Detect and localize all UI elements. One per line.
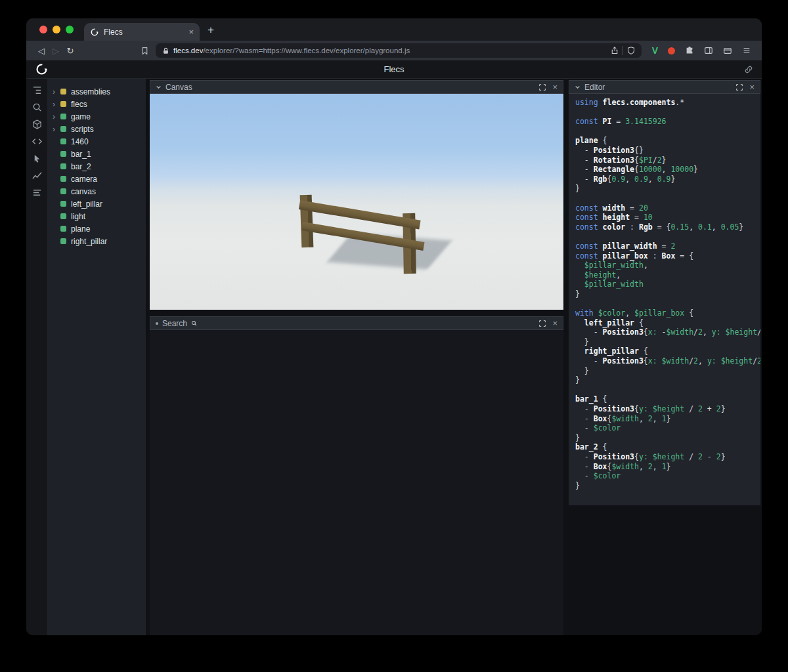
tree-item-assemblies[interactable]: ›assemblies [47, 85, 146, 98]
code-line: - Box{$width, 2, 1} [575, 462, 754, 472]
shield-icon[interactable] [627, 47, 635, 54]
tree-item-plane[interactable]: plane [47, 222, 146, 235]
code-line: $pillar_width [575, 280, 754, 289]
search-results-area[interactable] [150, 330, 563, 635]
back-button[interactable]: ◁ [34, 46, 49, 56]
zoom-window-button[interactable] [66, 26, 74, 33]
chevron-right-icon[interactable]: › [53, 113, 59, 121]
menu-icon[interactable] [742, 46, 751, 55]
share-link-icon[interactable] [744, 65, 753, 74]
tree-item-left_pillar[interactable]: left_pillar [47, 198, 146, 210]
extension-v-icon[interactable]: V [652, 45, 658, 56]
share-icon[interactable] [611, 47, 619, 54]
extension-record-icon[interactable] [668, 47, 675, 54]
expand-icon[interactable] [539, 320, 546, 327]
code-line [575, 108, 754, 117]
entity-tree-icon[interactable] [32, 85, 42, 95]
chevron-down-icon[interactable] [575, 84, 580, 90]
tree-item-label: scripts [71, 125, 94, 134]
code-line [575, 127, 754, 136]
entity-color-square [60, 163, 66, 169]
tree-item-bar_1[interactable]: bar_1 [47, 148, 146, 160]
close-icon[interactable]: × [749, 83, 755, 91]
chevron-right-icon[interactable]: › [53, 88, 59, 96]
tree-item-light[interactable]: light [47, 210, 146, 222]
close-window-button[interactable] [39, 26, 47, 33]
panel-dot-icon[interactable] [156, 322, 158, 325]
code-line: - Position3{y: $height / 2 - 2} [575, 452, 754, 462]
tab-title: Flecs [104, 28, 184, 37]
lock-icon [162, 47, 169, 54]
editor-panel-header: Editor × [569, 80, 760, 94]
code-icon[interactable] [32, 136, 42, 146]
tree-item-camera[interactable]: camera [47, 173, 146, 185]
url-path: /explorer/?wasm=https://www.flecs.dev/ex… [203, 47, 410, 54]
entity-color-square [60, 101, 66, 107]
search-panel-header: Search × [150, 316, 563, 330]
browser-tab[interactable]: Flecs × [84, 23, 200, 41]
forward-button[interactable]: ▷ [49, 46, 63, 56]
code-line: } [575, 337, 754, 347]
code-line: } [575, 481, 754, 491]
browser-toolbar: ◁ ▷ ↻ flecs.dev/explorer/?wasm=https://w… [26, 41, 762, 60]
entity-color-square [60, 138, 66, 144]
logs-rows-icon[interactable] [32, 188, 42, 198]
main-area: Canvas × [146, 79, 762, 635]
entity-color-square [60, 201, 66, 207]
inspect-cursor-icon[interactable] [32, 154, 42, 163]
expand-icon[interactable] [736, 84, 743, 91]
entity-color-square [60, 89, 66, 94]
code-line: } [575, 184, 754, 194]
close-icon[interactable]: × [552, 319, 558, 327]
code-line [575, 385, 754, 395]
code-line: with $color, $pillar_box { [575, 308, 754, 318]
code-editor[interactable]: using flecs.components.*const PI = 3.141… [569, 94, 760, 505]
minimize-window-button[interactable] [53, 26, 60, 33]
app-body: ›assemblies›flecs›game›scripts1460bar_1b… [26, 79, 762, 635]
tree-item-canvas[interactable]: canvas [47, 185, 146, 198]
code-line: - Position3{x: $width/2, y: $height/2} [575, 356, 754, 366]
entity-color-square [60, 126, 66, 132]
close-icon[interactable]: × [552, 83, 558, 91]
code-line: const pillar_width = 2 [575, 242, 754, 251]
tree-item-label: plane [71, 224, 90, 234]
canvas-3d-viewport[interactable] [150, 94, 563, 310]
entity-color-square [60, 226, 66, 232]
new-tab-button[interactable]: + [208, 24, 214, 35]
tree-item-right_pillar[interactable]: right_pillar [47, 235, 146, 247]
bookmark-icon[interactable] [141, 47, 149, 55]
code-line: - $color [575, 423, 754, 433]
puzzle-extensions-icon[interactable] [685, 46, 694, 55]
tree-item-flecs[interactable]: ›flecs [47, 98, 146, 110]
tree-item-label: camera [71, 175, 97, 184]
tree-item-game[interactable]: ›game [47, 110, 146, 123]
search-panel: Search × [150, 316, 563, 635]
chevron-down-icon[interactable] [156, 84, 162, 90]
entity-color-square [60, 188, 66, 194]
tree-item-bar_2[interactable]: bar_2 [47, 160, 146, 173]
search-icon[interactable] [32, 102, 42, 112]
code-line: } [575, 366, 754, 376]
code-line: right_pillar { [575, 346, 754, 356]
code-line: $pillar_width, [575, 261, 754, 270]
expand-icon[interactable] [539, 84, 546, 91]
reload-button[interactable]: ↻ [63, 46, 77, 56]
tree-item-scripts[interactable]: ›scripts [47, 123, 146, 135]
code-line: } [575, 289, 754, 299]
url-bar-divider [623, 46, 623, 55]
stats-chart-icon[interactable] [32, 171, 42, 180]
tab-close-icon[interactable]: × [188, 27, 194, 37]
sidebar-toggle-icon[interactable] [704, 46, 713, 55]
wallet-icon[interactable] [723, 46, 732, 55]
chevron-right-icon[interactable]: › [53, 125, 59, 133]
components-cube-icon[interactable] [32, 119, 42, 129]
tree-item-label: game [71, 112, 91, 121]
tree-item-1460[interactable]: 1460 [47, 135, 146, 148]
tree-item-label: bar_2 [71, 162, 91, 171]
chevron-right-icon[interactable]: › [53, 100, 59, 108]
code-line: - Position3{} [575, 146, 754, 156]
tree-item-label: flecs [71, 100, 87, 109]
code-line: const pillar_box : Box = { [575, 251, 754, 261]
url-bar[interactable]: flecs.dev/explorer/?wasm=https://www.fle… [156, 43, 642, 58]
flecs-logo-icon[interactable] [35, 62, 49, 76]
